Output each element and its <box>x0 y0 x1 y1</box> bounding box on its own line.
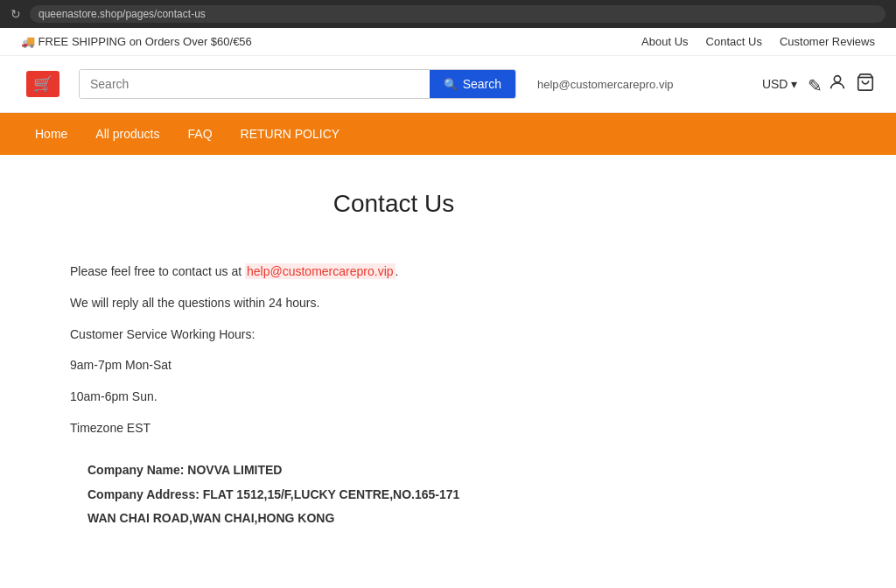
user-icon[interactable]: ✎ <box>808 73 847 96</box>
search-container: 🔍 Search <box>79 69 516 99</box>
shipping-announcement: 🚚 FREE SHIPPING on Orders Over $60/€56 <box>21 35 252 48</box>
nav-home[interactable]: Home <box>21 115 81 153</box>
contact-email-link[interactable]: help@customercarepro.vip <box>245 263 396 279</box>
search-button[interactable]: 🔍 Search <box>430 70 515 98</box>
browser-bar: ↻ queenastore.shop/pages/contact-us <box>0 0 896 28</box>
nav-all-products[interactable]: All products <box>81 115 173 153</box>
address-bar[interactable]: queenastore.shop/pages/contact-us <box>30 5 886 23</box>
search-button-label: Search <box>463 77 501 91</box>
contact-body: Please feel free to contact us at help@c… <box>70 262 718 529</box>
url-text: queenastore.shop/pages/contact-us <box>38 8 206 20</box>
svg-point-0 <box>834 75 840 81</box>
page-title: Contact Us <box>70 190 718 218</box>
nav-faq[interactable]: FAQ <box>174 115 227 153</box>
search-icon: 🔍 <box>444 78 458 91</box>
header-right: USD ▾ ✎ <box>762 73 875 96</box>
header: 🛒 🔍 Search help@customercarepro.vip USD … <box>0 56 896 113</box>
timezone: Timezone EST <box>70 418 718 439</box>
main-content: Contact Us Please feel free to contact u… <box>0 155 788 568</box>
company-address-line2: WAN CHAI ROAD,WAN CHAI,HONG KONG <box>88 508 718 529</box>
company-info: Company Name: NOVVA LIMITED Company Addr… <box>70 460 718 529</box>
header-email: help@customercarepro.vip <box>537 78 674 91</box>
company-address-line1: Company Address: FLAT 1512,15/F,LUCKY CE… <box>88 485 718 506</box>
nav-return-policy[interactable]: RETURN POLICY <box>227 115 354 153</box>
refresh-icon[interactable]: ↻ <box>10 7 21 21</box>
browser-controls: ↻ <box>10 7 21 21</box>
contact-us-link[interactable]: Contact Us <box>706 35 762 48</box>
search-input[interactable] <box>80 70 430 98</box>
shipping-text: 🚚 FREE SHIPPING on Orders Over $60/€56 <box>21 35 252 48</box>
company-name: Company Name: NOVVA LIMITED <box>88 460 718 481</box>
header-icons: ✎ <box>808 73 875 96</box>
currency-label: USD <box>762 77 788 91</box>
hours-weekday: 9am-7pm Mon-Sat <box>70 355 718 376</box>
currency-chevron-icon: ▾ <box>791 77 797 91</box>
logo-icon: 🛒 <box>26 71 60 97</box>
logo[interactable]: 🛒 <box>21 66 65 102</box>
cart-icon[interactable] <box>856 73 875 96</box>
announcement-links: About Us Contact Us Customer Reviews <box>641 35 875 48</box>
nav-bar: Home All products FAQ RETURN POLICY <box>0 113 896 155</box>
announcement-bar: 🚚 FREE SHIPPING on Orders Over $60/€56 A… <box>0 28 896 56</box>
contact-intro-text: Please feel free to contact us at <box>70 264 245 278</box>
reply-note: We will reply all the questions within 2… <box>70 293 718 314</box>
contact-intro-paragraph: Please feel free to contact us at help@c… <box>70 262 718 283</box>
about-us-link[interactable]: About Us <box>641 35 688 48</box>
customer-reviews-link[interactable]: Customer Reviews <box>780 35 875 48</box>
hours-sunday: 10am-6pm Sun. <box>70 387 718 408</box>
currency-selector[interactable]: USD ▾ <box>762 77 798 91</box>
working-hours-label: Customer Service Working Hours: <box>70 325 718 346</box>
